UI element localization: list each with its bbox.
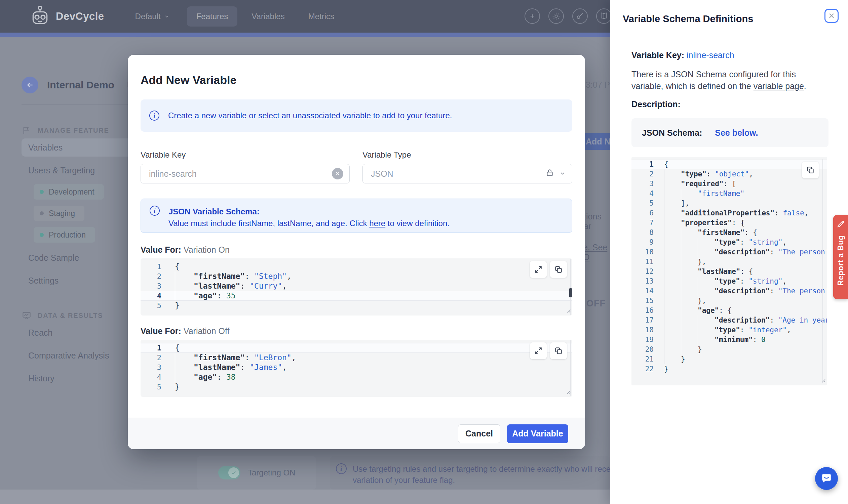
indent-guide (664, 296, 681, 306)
indent-guide (664, 247, 681, 257)
panel-variable-key: Variable Key: inline-search (631, 50, 734, 60)
timestamp-fragment: 3:07 P (586, 80, 610, 90)
resize-handle[interactable] (565, 389, 571, 395)
indent-guide (698, 325, 714, 335)
key-icon[interactable] (572, 8, 588, 24)
code-line: 2"firstName": "LeBron", (141, 353, 572, 362)
sidebar-item-development[interactable]: Development (34, 184, 104, 200)
chevron-down-icon (164, 12, 170, 21)
editor-scrollbar-handle[interactable] (569, 288, 572, 298)
resize-handle[interactable] (820, 377, 826, 384)
line-number: 11 (631, 257, 654, 267)
line-number: 20 (631, 345, 654, 355)
close-panel-button[interactable] (825, 9, 838, 23)
variable-key-link[interactable]: inline-search (687, 50, 734, 60)
lock-icon (545, 168, 554, 179)
indent-guide (681, 267, 698, 276)
indent-guide (681, 306, 698, 316)
chat-widget-button[interactable] (815, 467, 838, 490)
variation-on-editor[interactable]: 1{2"firstName": "Steph",3"lastName": "Cu… (141, 258, 572, 316)
nav-tab-metrics[interactable]: Metrics (299, 6, 344, 26)
project-dropdown[interactable]: Default (135, 12, 170, 21)
editor-scrollbar[interactable] (570, 259, 571, 315)
indent-guide (664, 335, 681, 345)
panel-title: Variable Schema Definitions (623, 14, 753, 24)
variable-key-input[interactable]: inline-search (141, 164, 350, 183)
code-line: 20} (631, 345, 827, 355)
add-variable-button[interactable]: Add Variable (507, 425, 568, 443)
code-line: 2"firstName": "Steph", (141, 271, 572, 281)
line-number: 4 (631, 189, 654, 199)
variation-off-editor[interactable]: 1{2"firstName": "LeBron",3"lastName": "J… (141, 340, 572, 397)
expand-editor-button[interactable] (530, 261, 547, 278)
indent-guide (664, 228, 681, 237)
copy-icon[interactable] (550, 342, 567, 359)
line-number: 10 (631, 247, 654, 257)
indent-guide (698, 276, 714, 286)
indent-guide (175, 281, 194, 291)
editor-scrollbar[interactable] (570, 340, 571, 396)
clear-input-icon[interactable] (332, 168, 343, 179)
json-schema-banner: i JSON Variable Schema: Value must inclu… (141, 199, 572, 233)
text-fragment: tions ar (584, 212, 610, 231)
add-new-button-fragment[interactable]: Add Ne (582, 133, 610, 150)
indent-guide (175, 362, 194, 372)
book-icon[interactable] (596, 8, 610, 24)
report-a-bug-tab[interactable]: Report a Bug (833, 215, 848, 299)
flag-icon (21, 125, 32, 137)
code-line: 14"description": "The person's la (631, 286, 827, 296)
indent-guide (664, 267, 681, 276)
line-number: 7 (631, 218, 654, 228)
copy-icon[interactable] (802, 162, 819, 178)
modal-footer: Cancel Add Variable (128, 418, 585, 449)
indent-guide (698, 286, 714, 296)
chevron-down-icon (559, 169, 566, 179)
code-line: 15}, (631, 296, 827, 306)
line-number: 3 (631, 179, 654, 189)
see-below-link[interactable]: See below. (715, 128, 758, 138)
targeting-toggle[interactable] (218, 466, 240, 480)
info-icon: i (149, 110, 159, 121)
targeting-info-line1: Use targeting rules and user targeting t… (353, 463, 610, 474)
indent-guide (681, 257, 698, 267)
indent-guide (175, 353, 194, 362)
sidebar-item-staging[interactable]: Staging (34, 205, 84, 221)
cancel-button[interactable]: Cancel (458, 425, 500, 443)
line-number: 14 (631, 286, 654, 296)
here-link[interactable]: here (369, 219, 385, 228)
back-button[interactable] (21, 77, 38, 93)
add-circle-icon[interactable] (524, 8, 540, 24)
off-label-fragment: OFF (586, 299, 606, 309)
resize-handle[interactable] (565, 307, 571, 314)
indent-guide (681, 228, 698, 237)
json-schema-code-block[interactable]: 1{2"type": "object",3"required": [4"firs… (631, 157, 827, 385)
nav-tab-variables[interactable]: Variables (242, 6, 294, 26)
line-number: 5 (631, 199, 654, 208)
line-number: 1 (631, 160, 654, 169)
line-number: 1 (141, 262, 161, 271)
variable-page-link[interactable]: variable page (754, 81, 804, 91)
sidebar-item-production[interactable]: Production (34, 227, 95, 242)
indent-guide (664, 208, 681, 218)
devcycle-logo[interactable]: DevCycle (29, 5, 104, 28)
line-number: 9 (631, 237, 654, 247)
indent-guide (664, 276, 681, 286)
info-icon: i (336, 463, 347, 474)
variable-type-value: JSON (371, 169, 545, 179)
line-number: 5 (141, 301, 161, 310)
variable-type-select[interactable]: JSON (362, 164, 572, 183)
line-number: 12 (631, 267, 654, 276)
indent-guide (175, 291, 194, 301)
copy-icon[interactable] (550, 261, 567, 278)
code-scrollbar[interactable] (823, 159, 823, 383)
line-number: 1 (141, 343, 161, 353)
line-number: 18 (631, 325, 654, 335)
gear-icon[interactable] (549, 8, 564, 24)
indent-guide (664, 306, 681, 316)
nav-tab-features[interactable]: Features (187, 6, 238, 26)
see-link-fragment[interactable]: e. See O (583, 242, 610, 262)
variable-type-label: Variable Type (362, 150, 411, 160)
expand-editor-button[interactable] (530, 342, 547, 359)
code-line: 2"type": "object", (631, 169, 827, 179)
code-line: 5], (631, 199, 827, 208)
